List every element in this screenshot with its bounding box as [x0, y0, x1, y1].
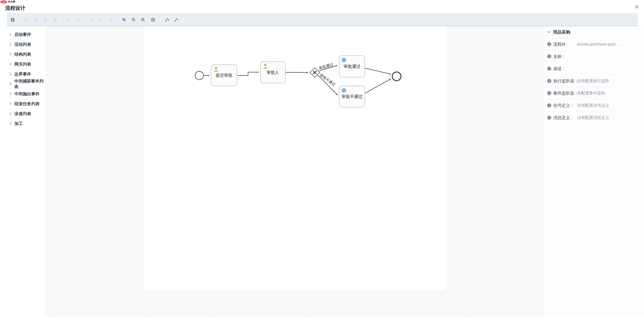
sidebar-item-activity-list[interactable]: 活动列表 [0, 40, 46, 49]
zoom-in-button[interactable] [120, 16, 127, 23]
user-task-approver[interactable]: 审批人 [260, 62, 286, 83]
property-label: 执行监听器： [553, 78, 578, 84]
chevron-right-icon [10, 112, 12, 115]
properties-panel-header[interactable]: 用品采购 [542, 26, 644, 38]
header: php 中文网 流程设计 ✕ [0, 0, 644, 13]
chevron-right-icon [10, 72, 12, 76]
canvas-paper[interactable] [144, 26, 446, 290]
bpmn-canvas[interactable]: 审批通过 审批不通过 提交审批 审批人 [46, 26, 542, 317]
properties-panel: 用品采购 ? 流程id : assets-purchase-proc ... ?… [542, 26, 644, 317]
sidebar-item-label: 启动事件 [14, 32, 31, 37]
help-icon[interactable]: ? [547, 42, 552, 47]
sidebar-item-intermediate-catch-events[interactable]: 中间捕获事件列表 [0, 79, 46, 89]
sidebar-item-label: 结束任务列表 [14, 101, 40, 107]
process-name-title: 用品采购 [553, 29, 570, 35]
task-label: 提交审批 [216, 73, 232, 78]
property-label: 消息定义： [553, 115, 574, 121]
chevron-right-icon [10, 43, 12, 46]
start-event-node[interactable] [195, 71, 204, 80]
chevron-right-icon [10, 62, 12, 66]
chevron-right-icon [10, 92, 12, 96]
chevron-right-icon [10, 102, 12, 105]
sidebar-item-label: 泳道列表 [14, 111, 31, 116]
task-label: 审批通过 [344, 64, 360, 69]
toolbar-divider [118, 16, 118, 23]
brand-logo: php 中文网 [0, 0, 15, 3]
zoom-reset-button[interactable] [140, 16, 146, 23]
property-row-message-definition[interactable]: ? 消息定义： 没有配置消息定义 [542, 112, 644, 124]
save-button[interactable] [9, 16, 16, 23]
property-value: assets-purchase-proc ... [577, 42, 620, 47]
sidebar-item-label: 中间抛出事件 [14, 91, 40, 97]
property-row-process-id[interactable]: ? 流程id : assets-purchase-proc ... [542, 38, 644, 50]
property-value: 没有配置执行监听 [577, 78, 609, 84]
redo-button[interactable] [65, 16, 72, 23]
main-area: 启动事件 活动列表 结构列表 网关列表 边界事件 中间捕获事件列表 中间抛出事件… [0, 26, 644, 317]
connection-add-button[interactable] [164, 16, 170, 23]
property-value: 没有配置消息定义 [577, 115, 609, 120]
paste-button[interactable] [42, 16, 49, 23]
property-value: 没有配置信号定义 [577, 103, 609, 108]
service-task-pass[interactable]: 审批通过 [339, 56, 365, 77]
sidebar-item-lane-list[interactable]: 泳道列表 [0, 109, 46, 119]
sidebar-item-intermediate-throw-events[interactable]: 中间抛出事件 [0, 89, 46, 99]
sidebar-item-label: 边界事件 [14, 71, 31, 77]
property-label: 名称 : [553, 54, 564, 59]
copy-button[interactable] [33, 16, 40, 23]
sidebar-item-gateway-list[interactable]: 网关列表 [0, 59, 46, 69]
sidebar-item-label: 网关列表 [14, 61, 31, 67]
sidebar-item-processing[interactable]: 加工 [0, 119, 46, 129]
palette-sidebar: 启动事件 活动列表 结构列表 网关列表 边界事件 中间捕获事件列表 中间抛出事件… [0, 26, 46, 317]
sidebar-item-structure-list[interactable]: 结构列表 [0, 49, 46, 59]
service-task-reject[interactable]: 审批不通过 [339, 86, 365, 107]
zoom-fit-button[interactable] [150, 16, 156, 23]
chevron-right-icon [10, 33, 12, 36]
help-icon[interactable]: ? [547, 66, 552, 71]
toolbar-divider [21, 16, 21, 23]
help-icon[interactable]: ? [547, 103, 552, 108]
end-event-node[interactable] [392, 72, 401, 81]
chevron-right-icon [10, 122, 12, 125]
sidebar-item-boundary-events[interactable]: 边界事件 [0, 69, 46, 79]
php-logo-icon: php [0, 1, 7, 3]
bpmn-diagram: 审批通过 审批不通过 提交审批 审批人 [46, 26, 542, 317]
service-task-gear-icon [342, 58, 346, 62]
undo-button[interactable] [75, 16, 82, 23]
toolbar-divider [160, 16, 160, 23]
service-task-gear-icon [342, 88, 346, 93]
property-row-execution-listener[interactable]: ? 执行监听器： 没有配置执行监听 [542, 75, 644, 87]
help-icon[interactable]: ? [547, 91, 552, 96]
sidebar-item-label: 中间捕获事件列表 [14, 78, 46, 89]
close-icon[interactable]: ✕ [634, 4, 639, 10]
delete-button[interactable] [52, 16, 58, 23]
property-row-description[interactable]: ? 描述 : [542, 63, 644, 75]
property-label: 流程id : [553, 42, 567, 47]
align-distribute-button[interactable] [97, 16, 104, 23]
help-icon[interactable]: ? [547, 79, 552, 83]
sidebar-item-label: 活动列表 [14, 42, 31, 47]
property-row-signal-definition[interactable]: ? 信号定义： 没有配置信号定义 [542, 99, 644, 112]
align-center-button[interactable] [88, 16, 95, 23]
help-icon[interactable]: ? [547, 54, 552, 59]
property-row-name[interactable]: ? 名称 : [542, 50, 644, 63]
chevron-right-icon [10, 53, 12, 56]
task-label: 审批不通过 [342, 94, 362, 99]
toolbar [7, 13, 638, 26]
connection-remove-button[interactable] [173, 16, 180, 23]
cut-button[interactable] [23, 16, 29, 23]
sidebar-item-end-task-list[interactable]: 结束任务列表 [0, 99, 46, 109]
property-label: 信号定义： [553, 103, 574, 108]
chevron-down-icon [547, 31, 550, 33]
flow-approver-to-gateway[interactable] [286, 72, 308, 73]
zoom-out-button[interactable] [130, 16, 137, 23]
property-row-event-listener[interactable]: ? 事件监听器： 未配置事件监听 [542, 87, 644, 99]
sidebar-item-start-events[interactable]: 启动事件 [0, 30, 46, 40]
unlink-button[interactable] [108, 16, 114, 23]
chevron-right-icon [10, 82, 12, 86]
help-icon[interactable]: ? [547, 115, 552, 120]
sidebar-item-label: 加工 [14, 121, 23, 126]
brand-name: 中文网 [8, 0, 15, 3]
user-task-submit[interactable]: 提交审批 [211, 65, 237, 86]
property-label: 事件监听器： [553, 90, 578, 96]
task-label: 审批人 [267, 70, 279, 75]
